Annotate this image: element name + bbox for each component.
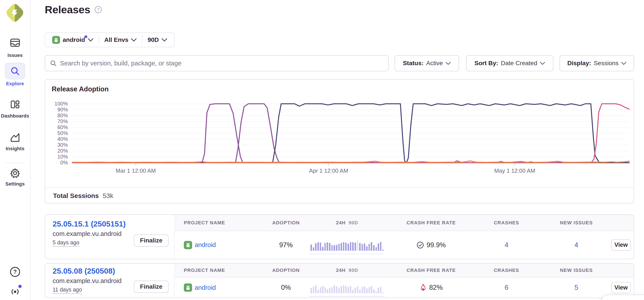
sparkline-bar	[359, 243, 361, 251]
sparkline-bar	[332, 245, 333, 251]
sparkline-bar	[348, 244, 349, 251]
new-issues-count[interactable]: 4	[574, 241, 578, 249]
range-24h[interactable]: 24H	[336, 268, 346, 273]
finalize-button[interactable]: Finalize	[134, 281, 168, 293]
crash-free-rate: 99.9%	[426, 241, 446, 249]
sparkline-bar	[368, 287, 370, 293]
crash-free-cell: 99.9%	[391, 241, 472, 249]
sparkline-bar	[382, 292, 384, 293]
sort-by-value: Date Created	[501, 60, 537, 67]
finalize-button[interactable]: Finalize	[134, 234, 168, 247]
range-24h[interactable]: 24H	[336, 220, 346, 225]
sparkline-bar	[310, 244, 312, 251]
y-axis-label: 80%	[45, 113, 68, 119]
col-new-issues: NEW ISSUES	[542, 268, 611, 273]
app-logo-icon[interactable]	[6, 3, 24, 22]
release-summary: 25.05.15.1 (2505151) com.example.vu.andr…	[45, 215, 175, 259]
sidebar-item-issues[interactable]: Issues	[0, 34, 30, 58]
sparkline-bar	[326, 242, 328, 251]
sparkline-bar	[350, 286, 352, 293]
search-input[interactable]	[60, 60, 383, 67]
release-version-link[interactable]: 25.05.08 (250508)	[52, 267, 168, 275]
sparkline-bar	[376, 291, 377, 293]
col-adoption: ADOPTION	[268, 268, 304, 273]
sparkline-bar	[315, 243, 316, 251]
sidebar-item-label: Settings	[6, 181, 25, 187]
environment-filter[interactable]: All Envs	[99, 33, 142, 47]
sparkline-bar	[354, 288, 356, 293]
col-range-toggle[interactable]: 24H90D	[304, 268, 391, 273]
new-issues-count[interactable]: 5	[574, 284, 578, 292]
chevron-down-icon	[162, 38, 167, 42]
col-project-name: PROJECT NAME	[175, 268, 268, 273]
sparkline-bar	[324, 243, 326, 251]
android-project-icon	[184, 241, 192, 249]
total-sessions-label: Total Sessions	[53, 192, 99, 199]
adoption-chart[interactable]	[72, 104, 629, 163]
sparkline-bar	[320, 242, 321, 251]
whats-new-button[interactable]	[0, 286, 30, 297]
status-value: Active	[426, 60, 443, 67]
issues-icon	[5, 34, 25, 51]
release-table-header: PROJECT NAME ADOPTION 24H90D CRASH FREE …	[175, 264, 634, 278]
view-button[interactable]: View	[611, 239, 631, 251]
project-link[interactable]: android	[195, 241, 216, 249]
sparkline-bar	[336, 286, 338, 293]
adoption-sparkline[interactable]	[310, 239, 384, 251]
svg-text:?: ?	[97, 7, 99, 12]
sparkline-bar	[373, 245, 374, 251]
release-card: 25.05.08 (250508) com.example.vu.android…	[45, 263, 634, 298]
gear-icon	[5, 166, 25, 180]
status-label: Status:	[403, 60, 424, 67]
y-axis-label: 40%	[45, 136, 68, 142]
status-dropdown[interactable]: Status: Active	[394, 55, 459, 71]
help-button[interactable]: ?	[0, 266, 30, 277]
sparkline-bar	[352, 242, 354, 251]
sort-by-dropdown[interactable]: Sort By: Date Created	[466, 55, 554, 71]
display-dropdown[interactable]: Display: Sessions	[560, 55, 634, 71]
col-crash-free-rate: CRASH FREE RATE	[391, 220, 472, 226]
project-filter[interactable]: android	[47, 33, 99, 47]
release-age: 11 days ago	[52, 287, 82, 294]
date-range-filter[interactable]: 90D	[142, 33, 172, 47]
view-button[interactable]: View	[611, 282, 631, 293]
floating-widget[interactable]	[601, 295, 644, 300]
range-90d[interactable]: 90D	[349, 268, 358, 273]
sparkline-bar	[313, 247, 314, 251]
adoption-percent: 97%	[279, 241, 293, 249]
release-version-link[interactable]: 25.05.15.1 (2505151)	[52, 220, 168, 228]
col-adoption: ADOPTION	[268, 220, 304, 226]
sparkline-bar	[357, 286, 358, 293]
search-explore-icon	[5, 63, 25, 79]
sparkline-bar	[362, 244, 363, 251]
project-notification-dot	[84, 35, 87, 38]
dashboards-icon	[5, 99, 25, 112]
col-range-toggle[interactable]: 24H90D	[304, 220, 391, 226]
sparkline-bar	[332, 287, 333, 293]
help-icon: ?	[10, 266, 20, 277]
sparkline-bar	[340, 286, 342, 293]
release-table-row: android 97% 99.9% 4 4 View	[175, 231, 634, 259]
crashes-count[interactable]: 4	[504, 241, 508, 249]
sidebar-item-label: Dashboards	[1, 113, 29, 119]
project-link[interactable]: android	[195, 284, 216, 291]
sparkline-bar	[348, 287, 349, 293]
sidebar-item-dashboards[interactable]: Dashboards	[0, 99, 30, 119]
insights-icon	[5, 131, 25, 144]
date-range-filter-value: 90D	[148, 36, 159, 43]
sidebar-item-insights[interactable]: Insights	[0, 131, 30, 151]
sidebar-item-explore[interactable]: Explore	[0, 63, 30, 87]
page-title: Releases	[45, 3, 90, 16]
page-help-icon[interactable]: ?	[94, 6, 102, 13]
col-crash-free-rate: CRASH FREE RATE	[391, 268, 472, 273]
sparkline-bar	[318, 242, 319, 251]
sort-by-label: Sort By:	[474, 60, 498, 67]
display-label: Display:	[567, 60, 591, 67]
sparkline-bar	[338, 244, 340, 251]
y-axis-label: 20%	[45, 148, 68, 154]
sidebar-item-settings[interactable]: Settings	[0, 166, 30, 187]
range-90d[interactable]: 90D	[349, 220, 358, 225]
crashes-count[interactable]: 6	[504, 284, 508, 292]
adoption-sparkline[interactable]	[310, 282, 384, 293]
sparkline-bar	[371, 286, 372, 293]
